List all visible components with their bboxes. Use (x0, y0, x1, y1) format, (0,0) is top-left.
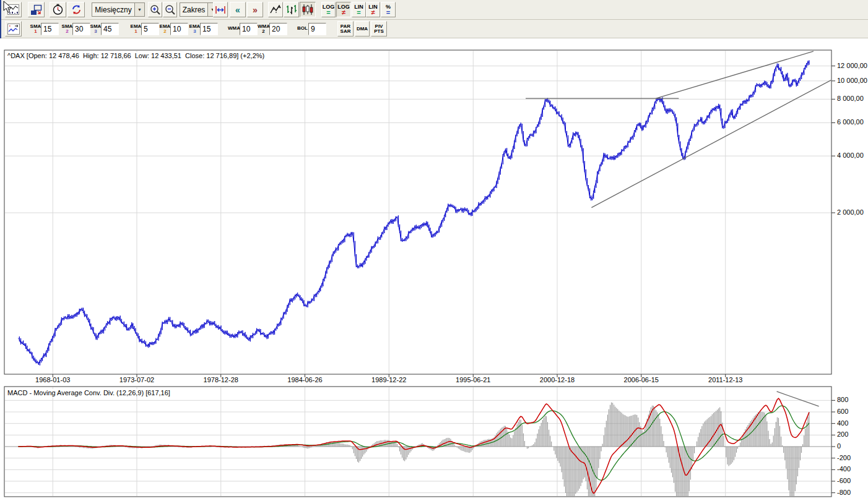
macd-y-label: 800 (837, 396, 848, 403)
date-x-label: 1968-01-03 (28, 376, 77, 383)
date-x-label: 1978-12-28 (196, 376, 246, 383)
date-x-label: 2006-06-15 (617, 376, 666, 383)
chart-canvas[interactable] (0, 0, 868, 501)
macd-y-label: -800 (837, 489, 851, 496)
macd-y-label: 0 (837, 442, 841, 450)
macd-y-label: -400 (837, 465, 851, 473)
date-x-label: 1973-07-02 (112, 376, 162, 383)
price-y-label: 2 000,00 (837, 208, 864, 216)
date-x-label: 1984-06-26 (280, 376, 330, 383)
macd-y-label: 600 (837, 408, 848, 415)
macd-panel-title: MACD - Moving Average Conv. Div. (12,26,… (7, 389, 173, 396)
date-x-label: 2000-12-18 (532, 376, 582, 383)
price-y-label: 6 000,00 (837, 118, 864, 126)
date-x-label: 1989-12-22 (364, 376, 414, 383)
price-y-label: 4 000,00 (837, 152, 864, 159)
macd-y-label: 400 (837, 419, 848, 427)
macd-trendlines (777, 392, 819, 406)
price-panel-border (4, 50, 831, 374)
price-panel-title: ^DAX [Open: 12 478,46 High: 12 718,66 Lo… (7, 52, 267, 59)
date-x-label: 2011-12-13 (701, 376, 750, 383)
price-y-label: 12 000,00 (837, 62, 867, 69)
mouse-cursor (3, 1, 13, 14)
date-x-label: 1995-06-21 (448, 376, 498, 383)
macd-y-label: -600 (837, 477, 851, 484)
price-y-label: 8 000,00 (837, 95, 864, 102)
macd-y-label: 200 (837, 430, 848, 438)
price-y-label: 10 000,00 (837, 77, 867, 84)
macd-y-label: -200 (837, 454, 851, 461)
